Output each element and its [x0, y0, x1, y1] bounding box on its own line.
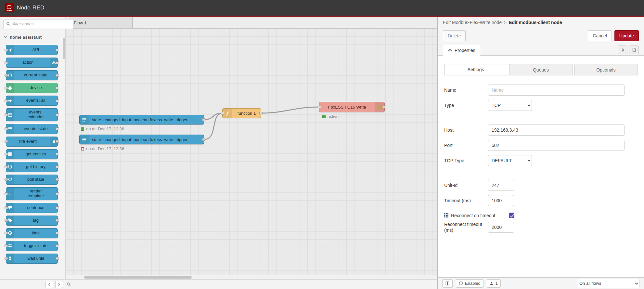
- history-icon: [8, 165, 12, 169]
- palette-search-row: [0, 17, 65, 31]
- node-state-trigger-2[interactable]: state_changed: input_boolean.foxess_writ…: [79, 135, 204, 144]
- delete-button[interactable]: Delete: [443, 30, 466, 41]
- output-port: [56, 165, 59, 168]
- node-status-2: on at: Dec 17, 12:36: [81, 146, 124, 151]
- output-port[interactable]: [383, 106, 386, 108]
- tcp-type-label: TCP Type: [444, 158, 488, 164]
- status-ring-red: [81, 147, 84, 151]
- tab-properties[interactable]: Properties: [443, 45, 480, 56]
- palette-node[interactable]: tag: [6, 216, 58, 226]
- output-port[interactable]: [259, 112, 263, 114]
- palette-node[interactable]: wait until: [6, 254, 58, 264]
- canvas-horizontal-scrollbar[interactable]: [66, 275, 437, 279]
- palette-scrollbar-thumb[interactable]: [63, 38, 65, 59]
- node-modbus-flex-write[interactable]: FoxESS FC16 Write: [319, 102, 385, 112]
- tab-queues[interactable]: Queues: [509, 64, 572, 75]
- field-row-unit-id: Unit-Id: [444, 180, 638, 191]
- input-port[interactable]: [221, 112, 224, 114]
- reconnect-timeout-input[interactable]: [488, 222, 514, 233]
- search-icon: [67, 282, 71, 287]
- node-state-trigger-1[interactable]: state_changed: input_boolean.foxess_writ…: [79, 115, 204, 125]
- palette: home assistant API action current state …: [0, 17, 66, 279]
- palette-node[interactable]: API: [6, 45, 58, 55]
- node-users-button[interactable]: 1: [487, 279, 501, 288]
- canvas-scrollbar-thumb[interactable]: [84, 276, 192, 279]
- node-help-button[interactable]: [442, 279, 453, 288]
- breadcrumb-parent[interactable]: Edit Modbus-Flex-Write node: [443, 20, 502, 25]
- client-tabs: Settings Queues Optionals: [444, 64, 638, 75]
- palette-node[interactable]: {..} render template: [6, 187, 58, 200]
- node-label: FoxESS FC16 Write: [319, 102, 375, 112]
- node-function-1[interactable]: ƒ function 1: [222, 108, 261, 118]
- output-port: [56, 49, 59, 51]
- collapse-left-button[interactable]: [45, 281, 53, 288]
- function-icon: ƒ: [226, 110, 228, 116]
- header: Node-RED: [0, 0, 644, 17]
- scope-select[interactable]: On all flows: [578, 279, 639, 288]
- palette-node-label: fire event: [6, 137, 50, 146]
- port-input[interactable]: [488, 140, 625, 151]
- status-text: active: [328, 114, 339, 119]
- paper-plane-icon: [8, 48, 12, 52]
- tab-optionals[interactable]: Optionals: [574, 64, 638, 75]
- field-row-timeout: Timeout (ms): [444, 195, 638, 206]
- collapse-right-button[interactable]: [55, 281, 63, 288]
- output-port: [56, 257, 59, 260]
- palette-node[interactable]: time: [6, 228, 58, 238]
- tab-properties-label: Properties: [455, 48, 475, 53]
- search-flows-button[interactable]: [65, 281, 73, 288]
- description-tab[interactable]: [629, 46, 639, 54]
- palette-node[interactable]: events: state: [6, 124, 58, 134]
- port-label: Port: [444, 142, 488, 148]
- svg-text:{..}: {..}: [8, 192, 12, 195]
- palette-node[interactable]: events: all: [6, 96, 58, 106]
- palette-node[interactable]: current state: [6, 70, 58, 80]
- palette-search-box: [3, 19, 74, 29]
- host-input[interactable]: [488, 125, 625, 136]
- update-button[interactable]: Update: [614, 30, 639, 41]
- name-input[interactable]: [488, 85, 625, 96]
- tab-settings[interactable]: Settings: [444, 64, 507, 75]
- unit-id-label: Unit-Id: [444, 182, 488, 188]
- tag-icon: [8, 218, 12, 222]
- palette-node[interactable]: device: [6, 83, 58, 93]
- palette-node[interactable]: sentence: [6, 203, 58, 213]
- palette-category-home-assistant[interactable]: home assistant: [0, 31, 65, 43]
- user-icon: [490, 282, 494, 285]
- palette-node[interactable]: fire event: [6, 137, 58, 147]
- palette-node[interactable]: events: calendar: [6, 108, 58, 121]
- output-port[interactable]: [202, 118, 205, 121]
- field-row-host: Host: [444, 125, 638, 136]
- type-select[interactable]: TCP: [488, 100, 532, 111]
- tcp-type-select[interactable]: DEFAULT: [488, 155, 532, 166]
- palette-node[interactable]: get history: [6, 162, 58, 172]
- unit-id-input[interactable]: [488, 180, 514, 191]
- cube-icon: [8, 86, 12, 90]
- flow-tab[interactable]: Flow 1: [69, 17, 133, 28]
- node-settings-tab[interactable]: [618, 46, 627, 54]
- output-port: [56, 178, 59, 181]
- output-port: [56, 99, 59, 102]
- flow-canvas[interactable]: state_changed: input_boolean.foxess_writ…: [66, 29, 437, 279]
- palette-node[interactable]: poll state: [6, 175, 58, 185]
- output-port[interactable]: [202, 138, 205, 141]
- palette-filter-input[interactable]: [12, 21, 71, 27]
- reconnect-on-timeout-checkbox[interactable]: [509, 213, 514, 218]
- input-port: [5, 74, 8, 77]
- cancel-button[interactable]: Cancel: [588, 30, 612, 41]
- wire-function-modbus[interactable]: [261, 107, 319, 113]
- palette-node[interactable]: trigger: state: [6, 241, 58, 251]
- input-port: [5, 127, 8, 130]
- node-enabled-toggle[interactable]: Enabled: [456, 279, 483, 288]
- wire-trigger2-function[interactable]: [204, 113, 222, 139]
- palette-node[interactable]: get entities: [6, 149, 58, 159]
- wires-layer: [66, 29, 437, 279]
- palette-scrollbar[interactable]: [63, 32, 65, 279]
- comment-icon: [8, 206, 12, 210]
- palette-node[interactable]: action: [6, 58, 58, 68]
- chevron-left-icon: [48, 283, 51, 286]
- input-port[interactable]: [318, 106, 321, 108]
- timeout-input[interactable]: [488, 195, 514, 206]
- book-icon: [445, 281, 450, 286]
- palette-node-label: API: [14, 45, 58, 55]
